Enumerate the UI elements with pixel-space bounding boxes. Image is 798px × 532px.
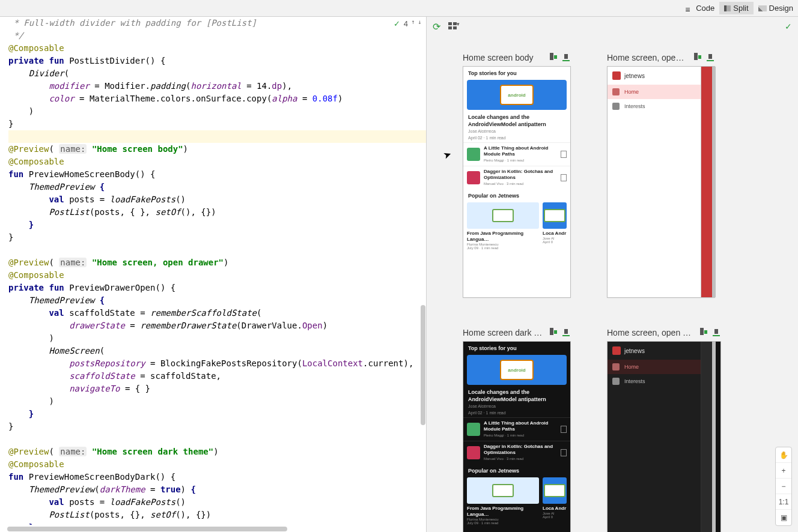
editor-horizontal-scrollbar[interactable] [7,526,419,532]
code-editor-pane: ✓ 4 ꜛ ꜜ * Full-width divider with paddin… [0,17,427,532]
view-mode-bar: CodeSplitDesign [0,0,798,17]
deploy-to-device-icon[interactable] [698,328,708,337]
zoom-out-button[interactable]: − [776,479,791,494]
preview-frame[interactable]: jetnewsHomeInterests [607,341,721,532]
preview-title: Home screen body [463,53,544,62]
preview-header: Home screen, open drawer dar… [607,328,721,337]
preview-title: Home screen dark … [463,328,544,337]
preview-frame[interactable]: jetnewsHomeInterests [607,66,715,298]
deploy-to-device-icon[interactable] [548,53,558,62]
preview-frame[interactable]: Top stories for youandroidLocale changes… [463,66,571,298]
zoom-in-button[interactable]: + [776,463,791,479]
pan-tool-button[interactable]: ✋ [776,447,791,463]
code-icon [685,5,693,11]
layout-mode-icon[interactable] [448,22,457,29]
preview-header: Home screen dark … [463,328,571,337]
interactive-preview-icon[interactable] [561,53,571,62]
deploy-to-device-icon[interactable] [692,53,702,62]
preview-scroll-area[interactable]: Home screen bodyTop stories for youandro… [427,35,798,532]
scrollbar-thumb[interactable] [7,527,287,531]
editor-vertical-scrollbar[interactable] [421,305,425,425]
split-view-label: Split [733,4,748,13]
split-view-button[interactable]: Split [719,2,753,14]
interactive-preview-icon[interactable] [711,328,721,337]
interactive-preview-icon[interactable] [705,53,715,62]
zoom-1to1-button[interactable]: 1:1 [776,494,791,510]
preview-header: Home screen, ope… [607,53,715,62]
split-icon [724,5,731,11]
design-view-label: Design [769,4,793,13]
code-view-label: Code [696,4,714,13]
code-editor[interactable]: * Full-width divider with padding for [P… [0,17,426,525]
zoom-fit-button[interactable]: ▣ [776,510,791,525]
preview-frame[interactable]: Top stories for youandroidLocale changes… [463,341,571,532]
preview-toolbar [427,17,798,35]
preview-header: Home screen body [463,53,571,62]
preview-panel: ✓ Home screen bodyTop stories for youand… [427,17,798,532]
deploy-to-device-icon[interactable] [548,328,558,337]
preview-title: Home screen, ope… [607,53,689,62]
preview-title: Home screen, open drawer dar… [607,328,695,337]
refresh-preview-icon[interactable] [433,21,442,31]
zoom-controls: ✋ + − 1:1 ▣ [775,447,792,526]
preview-ok-check-icon: ✓ [785,22,792,31]
design-icon [758,5,767,11]
code-view-button[interactable]: Code [680,2,719,14]
design-view-button[interactable]: Design [754,2,798,14]
interactive-preview-icon[interactable] [561,328,571,337]
